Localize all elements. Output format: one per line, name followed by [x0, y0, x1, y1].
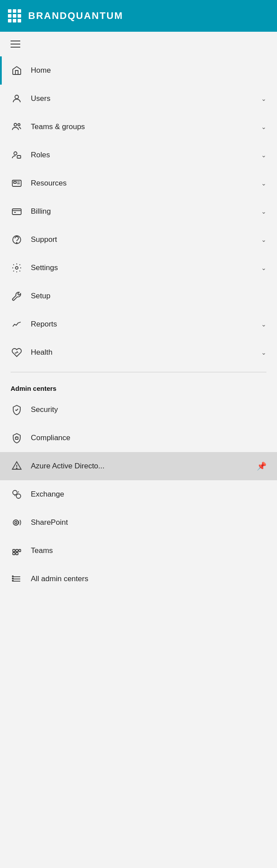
svg-rect-26 — [13, 549, 15, 552]
sidebar-item-teams-groups[interactable]: Teams & groups ⌄ — [0, 113, 277, 141]
teams-admin-icon — [11, 545, 23, 557]
azure-ad-icon — [11, 460, 23, 472]
svg-point-21 — [16, 468, 17, 469]
sidebar-item-setup[interactable]: Setup — [0, 282, 277, 310]
app-grid-icon[interactable] — [8, 9, 21, 22]
sidebar-item-label: Resources — [31, 179, 253, 188]
sidebar-item-label: Settings — [31, 263, 253, 272]
sidebar-item-label: Users — [31, 94, 253, 103]
sidebar-item-label: Setup — [31, 292, 266, 300]
sidebar-item-label: SharePoint — [31, 518, 266, 527]
sidebar-item-settings[interactable]: Settings ⌄ — [0, 254, 277, 282]
billing-icon — [11, 205, 23, 218]
sidebar-item-label: All admin centers — [31, 575, 266, 583]
exchange-icon — [11, 488, 23, 501]
sidebar-item-sharepoint[interactable]: SharePoint — [0, 508, 277, 537]
svg-rect-35 — [12, 578, 13, 579]
chevron-down-icon: ⌄ — [261, 321, 266, 328]
svg-point-1 — [14, 123, 17, 126]
chevron-down-icon: ⌄ — [261, 123, 266, 130]
svg-rect-28 — [19, 549, 21, 552]
sidebar-item-label: Exchange — [31, 490, 266, 499]
chevron-down-icon: ⌄ — [261, 208, 266, 215]
svg-rect-6 — [14, 182, 16, 183]
reports-icon — [11, 318, 23, 330]
sidebar-item-label: Azure Active Directo... — [31, 462, 245, 471]
hamburger-menu[interactable] — [0, 32, 277, 56]
support-icon — [11, 234, 23, 246]
svg-point-24 — [13, 520, 18, 525]
app-header: BRANDQUANTUM — [0, 0, 277, 32]
sidebar-item-label: Roles — [31, 151, 253, 160]
svg-rect-4 — [17, 156, 21, 158]
sidebar-item-reports[interactable]: Reports ⌄ — [0, 310, 277, 338]
sidebar-item-label: Health — [31, 348, 253, 357]
svg-rect-29 — [13, 553, 15, 555]
sidebar-item-all-admin[interactable]: All admin centers — [0, 565, 277, 593]
svg-point-3 — [14, 152, 17, 155]
svg-rect-9 — [12, 209, 21, 215]
settings-icon — [11, 262, 23, 274]
sidebar-item-label: Teams & groups — [31, 122, 253, 131]
setup-icon — [11, 290, 23, 302]
sidebar-item-billing[interactable]: Billing ⌄ — [0, 197, 277, 226]
sidebar-item-security[interactable]: Security — [0, 396, 277, 424]
chevron-down-icon: ⌄ — [261, 236, 266, 243]
svg-rect-36 — [12, 580, 13, 581]
sidebar-item-support[interactable]: Support ⌄ — [0, 226, 277, 254]
sidebar-item-label: Billing — [31, 207, 253, 216]
svg-point-22 — [13, 490, 17, 495]
admin-centers-label: Admin centers — [0, 378, 277, 396]
svg-rect-27 — [16, 549, 18, 552]
sharepoint-icon — [11, 516, 23, 529]
compliance-icon — [11, 432, 23, 444]
svg-point-2 — [18, 124, 20, 126]
sidebar-item-roles[interactable]: Roles ⌄ — [0, 141, 277, 169]
svg-point-25 — [15, 522, 17, 524]
svg-point-14 — [15, 267, 18, 269]
sidebar-item-label: Support — [31, 235, 253, 244]
chevron-down-icon: ⌄ — [261, 152, 266, 159]
sidebar-item-label: Home — [31, 66, 266, 75]
teams-groups-icon — [11, 121, 23, 133]
sidebar-item-resources[interactable]: Resources ⌄ — [0, 169, 277, 197]
svg-point-23 — [16, 494, 21, 498]
sidebar-item-label: Teams — [31, 546, 266, 555]
app-title: BRANDQUANTUM — [28, 10, 123, 22]
sidebar: Home Users ⌄ Teams & groups ⌄ — [0, 32, 277, 593]
roles-icon — [11, 149, 23, 161]
resources-icon — [11, 177, 23, 189]
svg-line-15 — [15, 410, 16, 411]
sidebar-item-label: Security — [31, 405, 266, 414]
user-icon — [11, 93, 23, 105]
sidebar-item-label: Compliance — [31, 434, 266, 442]
svg-point-0 — [15, 95, 18, 99]
svg-rect-34 — [12, 576, 13, 577]
sidebar-item-health[interactable]: Health ⌄ — [0, 338, 277, 367]
svg-rect-17 — [15, 437, 18, 439]
section-divider — [11, 372, 266, 372]
security-icon — [11, 404, 23, 416]
sidebar-item-azure-ad[interactable]: Azure Active Directo... 📌 — [0, 452, 277, 480]
sidebar-item-home[interactable]: Home — [0, 56, 277, 85]
svg-point-13 — [16, 242, 17, 243]
all-admin-icon — [11, 573, 23, 585]
home-icon — [11, 64, 23, 77]
sidebar-item-exchange[interactable]: Exchange — [0, 480, 277, 508]
sidebar-item-label: Reports — [31, 320, 253, 329]
chevron-down-icon: ⌄ — [261, 264, 266, 271]
svg-line-16 — [16, 409, 18, 411]
sidebar-item-compliance[interactable]: Compliance — [0, 424, 277, 452]
pin-icon: 📌 — [257, 461, 266, 471]
health-icon — [11, 346, 23, 359]
chevron-down-icon: ⌄ — [261, 349, 266, 356]
chevron-down-icon: ⌄ — [261, 95, 266, 102]
chevron-down-icon: ⌄ — [261, 180, 266, 187]
sidebar-item-teams-admin[interactable]: Teams — [0, 537, 277, 565]
svg-rect-30 — [16, 553, 18, 555]
sidebar-item-users[interactable]: Users ⌄ — [0, 85, 277, 113]
